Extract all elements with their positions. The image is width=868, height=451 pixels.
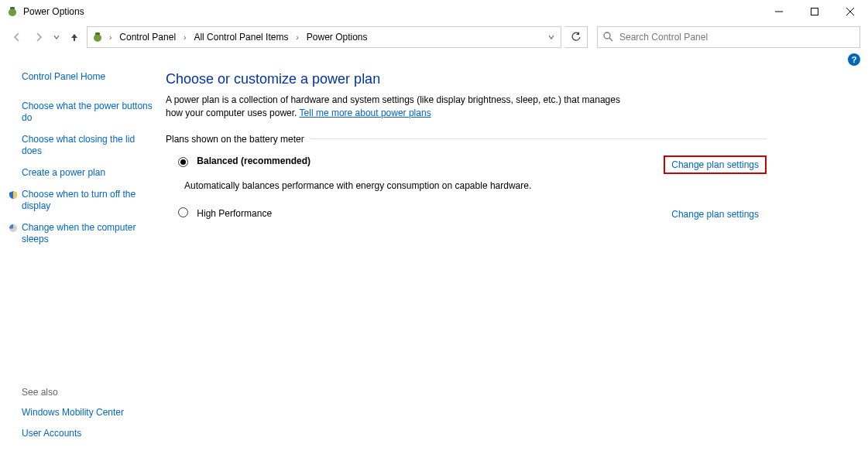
breadcrumb-control-panel[interactable]: Control Panel <box>116 28 179 46</box>
plan-description: Automatically balances performance with … <box>184 180 556 191</box>
plan-name: Balanced (recommended) <box>197 155 310 166</box>
sidebar-link-create-plan[interactable]: Create a power plan <box>22 167 153 179</box>
search-icon <box>602 31 613 44</box>
shield-icon <box>8 223 19 234</box>
page-title: Choose or customize a power plan <box>166 71 767 87</box>
refresh-button[interactable] <box>564 26 588 48</box>
titlebar: Power Options <box>0 0 868 23</box>
search-input[interactable] <box>618 31 855 43</box>
svg-rect-7 <box>95 32 100 35</box>
navbar: › Control Panel › All Control Panel Item… <box>0 23 868 51</box>
minimize-button[interactable] <box>761 0 797 23</box>
power-options-icon <box>6 5 19 18</box>
address-dropdown-button[interactable] <box>544 28 559 46</box>
plan-row-balanced: Balanced (recommended) Change plan setti… <box>166 152 767 177</box>
sidebar-link-turn-off-display[interactable]: Choose when to turn off the display <box>22 189 153 213</box>
page-description: A power plan is a collection of hardware… <box>166 94 623 120</box>
main-content: Choose or customize a power plan A power… <box>163 68 782 451</box>
svg-point-0 <box>9 9 16 16</box>
search-box[interactable] <box>597 26 860 48</box>
sidebar-item-label: Choose when to turn off the display <box>22 189 136 212</box>
plan-radio-high-performance[interactable] <box>178 207 188 217</box>
shield-icon <box>8 190 19 200</box>
forward-button[interactable] <box>29 26 48 48</box>
maximize-button[interactable] <box>797 0 832 23</box>
control-panel-icon <box>91 30 105 44</box>
svg-rect-1 <box>10 7 15 9</box>
section-header: Plans shown on the battery meter <box>166 134 767 145</box>
sidebar-link-closing-lid[interactable]: Choose what closing the lid does <box>22 134 153 158</box>
sidebar-link-power-buttons[interactable]: Choose what the power buttons do <box>22 101 153 125</box>
breadcrumb-all-items[interactable]: All Control Panel Items <box>190 28 291 46</box>
chevron-right-icon[interactable]: › <box>106 33 115 42</box>
svg-point-8 <box>604 32 610 39</box>
see-also-label: See also <box>22 387 153 398</box>
chevron-right-icon[interactable]: › <box>180 33 189 42</box>
plan-radio-balanced[interactable] <box>178 157 188 167</box>
tell-me-more-link[interactable]: Tell me more about power plans <box>300 108 431 118</box>
help-icon[interactable]: ? <box>848 53 860 66</box>
change-plan-settings-highlight: Change plan settings <box>664 155 767 174</box>
svg-rect-3 <box>811 9 818 15</box>
close-button[interactable] <box>832 0 868 23</box>
sidebar-link-computer-sleeps[interactable]: Change when the computer sleeps <box>22 222 153 246</box>
section-divider <box>310 138 767 139</box>
change-plan-settings-link[interactable]: Change plan settings <box>664 207 767 222</box>
plan-name: High Performance <box>197 208 272 219</box>
window-controls <box>761 0 868 23</box>
see-also-mobility-center[interactable]: Windows Mobility Center <box>22 407 153 419</box>
section-label: Plans shown on the battery meter <box>166 134 304 145</box>
see-also-user-accounts[interactable]: User Accounts <box>22 428 153 440</box>
plan-row-high-performance: High Performance Change plan settings <box>166 203 767 225</box>
back-button[interactable] <box>8 26 26 48</box>
sidebar-home-link[interactable]: Control Panel Home <box>22 71 153 84</box>
help-row: ? <box>0 51 868 68</box>
sidebar: Control Panel Home Choose what the power… <box>0 68 163 451</box>
breadcrumb-power-options[interactable]: Power Options <box>304 28 371 46</box>
window-title: Power Options <box>23 6 84 17</box>
up-button[interactable] <box>65 26 84 48</box>
change-plan-settings-link[interactable]: Change plan settings <box>671 159 759 170</box>
sidebar-item-label: Change when the computer sleeps <box>22 222 136 245</box>
address-bar[interactable]: › Control Panel › All Control Panel Item… <box>87 26 561 48</box>
recent-locations-button[interactable] <box>51 26 62 48</box>
svg-point-6 <box>94 34 101 42</box>
chevron-right-icon[interactable]: › <box>293 33 301 42</box>
svg-line-9 <box>609 38 612 41</box>
